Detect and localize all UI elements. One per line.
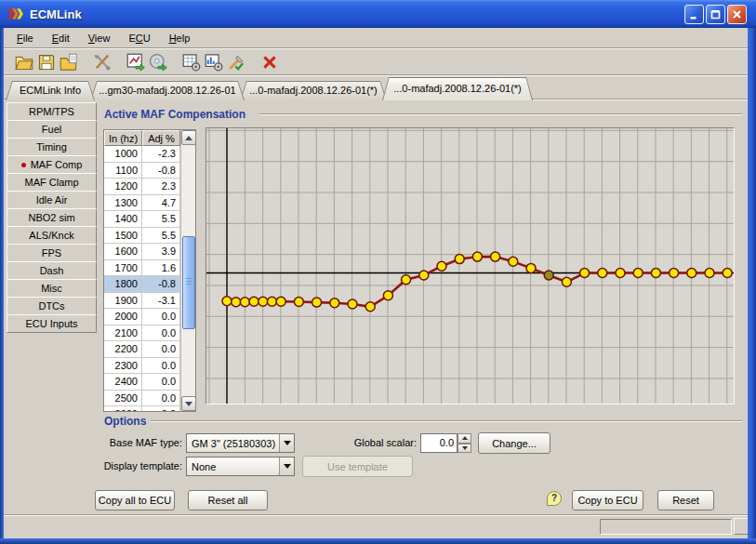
copy-all-to-ecu-button[interactable]: Copy all to ECU bbox=[95, 490, 175, 511]
sidebar-item-als-knck[interactable]: ALS/Knck bbox=[7, 226, 97, 245]
table-row[interactable]: 1000-2.3 bbox=[104, 146, 180, 163]
table-cell[interactable]: 0.0 bbox=[142, 309, 180, 325]
column-header[interactable]: Adj % bbox=[142, 130, 180, 146]
reset-all-button[interactable]: Reset all bbox=[188, 490, 268, 511]
tools-icon[interactable] bbox=[91, 51, 113, 73]
table-cell[interactable]: 1500 bbox=[104, 228, 142, 245]
base-maf-type-select[interactable]: GM 3" (25180303) bbox=[186, 433, 295, 453]
table-cell[interactable]: 1800 bbox=[104, 276, 142, 293]
table-cell[interactable]: 2100 bbox=[104, 325, 142, 342]
table-cell[interactable]: -0.8 bbox=[142, 163, 180, 179]
tab-ecmlink-info[interactable]: ECMLink Info bbox=[6, 81, 95, 100]
maximize-button[interactable] bbox=[706, 5, 725, 24]
sidebar-item-dtcs[interactable]: DTCs bbox=[7, 297, 97, 315]
sidebar-item-timing[interactable]: Timing bbox=[7, 138, 97, 156]
tab-log-3[interactable]: ...0-mafadj.2008.12.26-01(*) bbox=[382, 77, 533, 100]
sidebar-item-fps[interactable]: FPS bbox=[7, 244, 97, 262]
stepper-down-button[interactable] bbox=[458, 444, 471, 454]
column-header[interactable]: In (hz) bbox=[104, 130, 142, 146]
table-row[interactable]: 23000.0 bbox=[104, 358, 180, 375]
global-scalar-input[interactable]: 0.0 bbox=[420, 433, 458, 453]
table-cell[interactable]: 0.0 bbox=[142, 358, 180, 375]
table-row[interactable]: 17001.6 bbox=[104, 260, 180, 277]
display-template-dropdown-button[interactable] bbox=[279, 458, 294, 475]
table-scrollbar[interactable] bbox=[180, 130, 195, 411]
table-row[interactable]: 21000.0 bbox=[104, 325, 180, 342]
resize-grip[interactable] bbox=[734, 518, 749, 535]
maintenance-icon[interactable] bbox=[225, 51, 247, 73]
table-cell[interactable]: -3.1 bbox=[142, 293, 180, 310]
table-row[interactable]: 22000.0 bbox=[104, 341, 180, 358]
table-cell[interactable]: -0.8 bbox=[142, 276, 180, 293]
table-cell[interactable]: 0.0 bbox=[142, 374, 180, 391]
open-file-icon[interactable] bbox=[13, 51, 35, 73]
change-button[interactable]: Change... bbox=[478, 432, 550, 454]
tab-log-2[interactable]: ...0-mafadj.2008.12.26-01(*) bbox=[240, 81, 387, 100]
copy-to-ecu-button[interactable]: Copy to ECU bbox=[572, 490, 643, 511]
table-cell[interactable]: 2300 bbox=[104, 358, 142, 375]
table-row[interactable]: 13004.7 bbox=[104, 195, 180, 212]
save-as-icon[interactable] bbox=[58, 51, 80, 73]
sidebar-item-dash[interactable]: Dash bbox=[7, 261, 97, 280]
table-cell[interactable]: 3.9 bbox=[142, 244, 180, 260]
reset-button[interactable]: Reset bbox=[657, 490, 714, 511]
table-row[interactable]: 20000.0 bbox=[104, 309, 180, 325]
table-row[interactable]: 1800-0.8 bbox=[104, 276, 180, 293]
sidebar-item-maf-comp[interactable]: MAF Comp bbox=[7, 155, 97, 174]
table-cell[interactable]: 5.5 bbox=[142, 211, 180, 228]
table-cell[interactable]: 1000 bbox=[104, 146, 142, 163]
menu-ecu[interactable]: ECU bbox=[119, 31, 159, 46]
export-graph-icon[interactable] bbox=[125, 51, 147, 73]
maf-chart[interactable] bbox=[206, 127, 735, 405]
table-cell[interactable]: 2200 bbox=[104, 341, 142, 358]
table-cell[interactable]: 2400 bbox=[104, 374, 142, 391]
stepper-up-button[interactable] bbox=[458, 433, 471, 444]
base-maf-dropdown-button[interactable] bbox=[279, 434, 294, 452]
graph-options-icon[interactable] bbox=[203, 51, 225, 73]
table-row[interactable]: 24000.0 bbox=[104, 374, 180, 391]
sidebar-item-misc[interactable]: Misc bbox=[7, 279, 97, 298]
sidebar-item-rpm-tps[interactable]: RPM/TPS bbox=[7, 102, 97, 121]
table-cell[interactable]: 0.0 bbox=[142, 341, 180, 358]
table-cell[interactable]: 1200 bbox=[104, 179, 142, 195]
table-cell[interactable]: 1400 bbox=[104, 211, 142, 228]
table-cell[interactable]: 0.0 bbox=[142, 391, 180, 407]
menu-file[interactable]: File bbox=[7, 31, 43, 46]
menu-view[interactable]: View bbox=[79, 31, 120, 46]
scroll-up-button[interactable] bbox=[181, 130, 196, 145]
table-cell[interactable]: 2000 bbox=[104, 309, 142, 325]
sidebar-item-idle-air[interactable]: Idle Air bbox=[7, 191, 97, 209]
export-disc-icon[interactable] bbox=[147, 51, 169, 73]
delete-icon[interactable] bbox=[259, 51, 281, 73]
menu-help[interactable]: Help bbox=[160, 31, 200, 46]
scrollbar-thumb[interactable] bbox=[182, 236, 195, 329]
table-row[interactable]: 16003.9 bbox=[104, 244, 180, 260]
table-cell[interactable]: 1600 bbox=[104, 244, 142, 260]
sidebar-item-fuel[interactable]: Fuel bbox=[7, 120, 97, 139]
table-cell[interactable]: 4.7 bbox=[142, 195, 180, 212]
table-row[interactable]: 15005.5 bbox=[104, 228, 180, 245]
display-template-select[interactable]: None bbox=[186, 457, 295, 476]
table-cell[interactable]: 5.5 bbox=[142, 228, 180, 245]
table-cell[interactable]: 2.3 bbox=[142, 179, 180, 195]
minimize-button[interactable] bbox=[684, 5, 704, 24]
close-button[interactable] bbox=[727, 5, 747, 24]
table-cell[interactable]: 0.0 bbox=[142, 325, 180, 342]
menu-edit[interactable]: Edit bbox=[43, 31, 79, 46]
table-row[interactable]: 12002.3 bbox=[104, 179, 180, 195]
table-cell[interactable]: 1100 bbox=[104, 163, 142, 179]
sidebar-item-maf-clamp[interactable]: MAF Clamp bbox=[7, 173, 97, 192]
table-cell[interactable]: 1.6 bbox=[142, 260, 180, 277]
help-icon[interactable]: ? bbox=[547, 491, 562, 506]
table-cell[interactable]: 0.0 bbox=[142, 406, 180, 412]
title-bar[interactable]: ECMLink bbox=[0, 0, 756, 28]
save-icon[interactable] bbox=[35, 51, 58, 73]
table-cell[interactable]: 1900 bbox=[104, 293, 142, 310]
table-row[interactable]: 25000.0 bbox=[104, 391, 180, 407]
table-cell[interactable]: 1300 bbox=[104, 195, 142, 212]
log-options-icon[interactable] bbox=[180, 51, 203, 73]
table-cell[interactable]: 2500 bbox=[104, 391, 142, 407]
tab-log-1[interactable]: ...gm30-mafadj.2008.12.26-01 bbox=[90, 81, 245, 100]
sidebar-item-ecu-inputs[interactable]: ECU Inputs bbox=[7, 314, 97, 333]
scroll-down-button[interactable] bbox=[181, 396, 196, 411]
